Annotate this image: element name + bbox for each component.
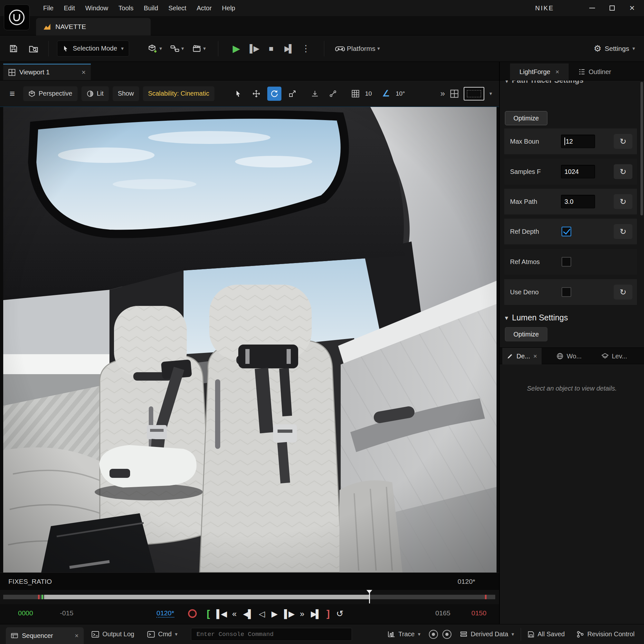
angle-snap-value[interactable]: 10° xyxy=(396,90,405,97)
previous-key-button[interactable]: « xyxy=(232,609,237,619)
lumen-section-header[interactable]: ▾ Lumen Settings xyxy=(505,313,568,322)
sequencer-scrubber[interactable] xyxy=(0,590,499,604)
jump-to-end-button[interactable]: ▶▌ xyxy=(311,609,320,619)
time-offset[interactable]: -015 xyxy=(60,609,73,617)
frame-skip-button[interactable]: ▌▶ xyxy=(245,40,262,57)
close-icon[interactable]: × xyxy=(81,68,86,77)
unreal-logo[interactable] xyxy=(4,5,30,30)
select-tool-button[interactable] xyxy=(231,87,245,101)
maximize-button[interactable] xyxy=(602,0,622,16)
viewport-menu-button[interactable]: ≡ xyxy=(5,87,19,101)
record-button[interactable] xyxy=(188,609,197,618)
reset-button[interactable]: ↻ xyxy=(614,134,632,149)
play-reverse-button[interactable]: ◁ xyxy=(259,609,265,619)
tab-levels[interactable]: Lev... xyxy=(597,348,631,365)
cinematics-button[interactable]: ▾ xyxy=(192,44,206,53)
ref-depth-checkbox[interactable] xyxy=(562,227,571,236)
viewport-3d[interactable] xyxy=(3,107,497,573)
panel-scrollbar[interactable] xyxy=(640,82,643,215)
menu-actor[interactable]: Actor xyxy=(192,0,217,16)
scalability-badge[interactable]: Scalability: Cinematic xyxy=(143,86,214,101)
save-button[interactable] xyxy=(5,40,22,57)
reset-button[interactable]: ↻ xyxy=(614,285,632,299)
step-forward-button[interactable]: ▌▶ xyxy=(284,609,293,619)
project-tab[interactable]: NAVETTE xyxy=(36,18,151,35)
rotation-snap-button[interactable]: ∠ xyxy=(379,87,393,101)
path-tracer-section-header[interactable]: ▾ Path Tracer Settings xyxy=(505,81,583,85)
play-options-button[interactable]: ⋮ xyxy=(298,40,314,57)
menu-tools[interactable]: Tools xyxy=(113,0,139,16)
time-end-b[interactable]: 0150 xyxy=(471,609,487,617)
surface-snap-button[interactable] xyxy=(308,87,322,101)
next-key-button[interactable]: » xyxy=(300,609,304,619)
tab-world-settings[interactable]: Wo... xyxy=(552,348,586,365)
insights-icon[interactable] xyxy=(442,630,451,639)
samples-input[interactable]: 1024 xyxy=(561,165,595,178)
overflow-chevrons-icon[interactable]: » xyxy=(440,89,445,99)
ref-atmos-checkbox[interactable] xyxy=(562,257,571,267)
tab-lightforge[interactable]: LightForge × xyxy=(510,63,569,80)
output-log-button[interactable]: Output Log xyxy=(91,630,134,638)
reset-button[interactable]: ↻ xyxy=(614,194,632,209)
derived-data-dropdown[interactable]: Derived Data ▾ xyxy=(460,630,514,638)
sequencer-drawer-tab[interactable]: Sequencer × xyxy=(6,627,84,644)
camera-preview[interactable] xyxy=(464,87,484,100)
selection-mode-dropdown[interactable]: Selection Mode ▾ xyxy=(57,41,129,57)
trace-dropdown[interactable]: Trace ▾ xyxy=(387,630,420,638)
layout-grid-icon[interactable] xyxy=(450,90,459,98)
max-bounces-input[interactable]: 12 xyxy=(561,135,595,148)
grid-snap-value[interactable]: 10 xyxy=(365,90,372,97)
play-forward-button[interactable]: ▶ xyxy=(271,609,278,619)
all-saved-button[interactable]: All Saved xyxy=(527,630,565,638)
range-start-bracket-icon[interactable]: [ xyxy=(207,608,210,619)
advance-button[interactable]: ▶▌ xyxy=(280,40,297,57)
optimize-path-tracer-button[interactable]: Optimize xyxy=(505,111,547,125)
rotate-tool-button[interactable] xyxy=(267,87,281,101)
perspective-dropdown[interactable]: Perspective xyxy=(23,86,78,101)
menu-window[interactable]: Window xyxy=(80,0,113,16)
move-tool-button[interactable] xyxy=(249,87,263,101)
step-back-button[interactable]: ◀▌ xyxy=(243,609,252,619)
time-start[interactable]: 0000 xyxy=(18,609,33,617)
max-path-input[interactable]: 3.0 xyxy=(561,195,595,208)
chevron-down-icon[interactable]: ▾ xyxy=(489,90,492,97)
minimize-button[interactable] xyxy=(582,0,602,16)
grid-snap-button[interactable] xyxy=(348,87,363,101)
menu-select[interactable]: Select xyxy=(163,0,192,16)
menu-edit[interactable]: Edit xyxy=(59,0,80,16)
show-dropdown[interactable]: Show xyxy=(113,86,139,101)
vertex-snap-button[interactable] xyxy=(326,87,340,101)
reset-button[interactable]: ↻ xyxy=(614,164,632,179)
platforms-dropdown[interactable]: Platforms ▾ xyxy=(335,44,380,53)
close-button[interactable]: × xyxy=(622,0,642,16)
time-current[interactable]: 0120* xyxy=(156,609,174,618)
revision-control-button[interactable]: Revision Control xyxy=(576,630,644,638)
settings-dropdown[interactable]: ⚙ Settings ▾ xyxy=(594,43,635,54)
reset-button[interactable]: ↻ xyxy=(614,224,632,239)
close-icon[interactable]: × xyxy=(555,68,559,76)
jump-to-start-button[interactable]: ▌◀ xyxy=(216,609,226,619)
blueprints-button[interactable]: ▾ xyxy=(170,44,184,53)
sequencer-track-label[interactable]: FIXES_RATIO xyxy=(8,578,52,585)
close-icon[interactable]: × xyxy=(533,353,537,360)
add-actor-button[interactable]: ▾ xyxy=(148,44,162,53)
play-button[interactable]: ▶ xyxy=(228,40,245,57)
menu-build[interactable]: Build xyxy=(139,0,163,16)
range-end-bracket-icon[interactable]: ] xyxy=(327,608,330,619)
loop-button[interactable]: ↺ xyxy=(336,609,344,619)
console-command-input[interactable] xyxy=(191,628,352,641)
profiler-icon[interactable] xyxy=(429,630,438,639)
playhead[interactable] xyxy=(369,591,370,603)
use-denoiser-checkbox[interactable] xyxy=(562,287,571,297)
menu-file[interactable]: File xyxy=(38,0,59,16)
content-browser-button[interactable] xyxy=(25,40,42,57)
viewport-tab[interactable]: Viewport 1 × xyxy=(3,64,91,80)
tab-outliner[interactable]: Outliner xyxy=(578,63,611,80)
tab-details[interactable]: De... × xyxy=(502,348,542,365)
menu-help[interactable]: Help xyxy=(217,0,240,16)
stop-button[interactable]: ■ xyxy=(263,40,279,57)
lit-dropdown[interactable]: Lit xyxy=(81,86,109,101)
scale-tool-button[interactable] xyxy=(285,87,299,101)
cmd-dropdown[interactable]: Cmd ▾ xyxy=(147,630,177,638)
close-icon[interactable]: × xyxy=(75,632,79,639)
